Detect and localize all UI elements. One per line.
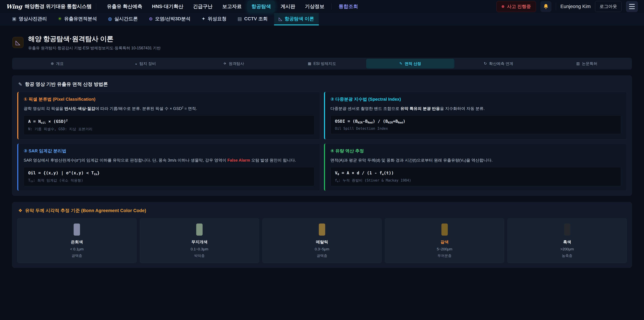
color-swatch — [196, 223, 202, 236]
subnav-item-satellite-request[interactable]: ✦위성요청 — [197, 13, 231, 25]
app-title: 해양환경 위기대응 통합시스템 — [25, 3, 92, 10]
subnav-item-label: 오염/선박3D분석 — [155, 16, 190, 22]
method-card-volume-inverse: ④ 유량 역산 추정면적(A)과 평균 유막 두께(d) 및 풍화 경과 시간(… — [324, 143, 627, 191]
page-title: 해양 항공탐색·원격탐사 이론 — [28, 34, 161, 44]
plane-icon: ✈ — [224, 61, 226, 66]
subnav-item-label: 위성요청 — [208, 16, 226, 22]
bell-icon — [543, 4, 549, 10]
color-swatch — [564, 223, 570, 236]
ruler-icon: ◺ — [12, 37, 24, 48]
bonn-layer: 두꺼운층 — [387, 253, 502, 258]
formula-block: Oil = {(x,y) | σ°(x,y) < Tth}Tth: 최적 임계값… — [24, 167, 314, 186]
nav-item-reports[interactable]: 보고자료 — [218, 1, 246, 12]
subnav-item-pollution-ship-3d[interactable]: ⊙오염/선박3D분석 — [144, 13, 195, 25]
formula-block: V0 = A × d / (1 - fe(t))fe: 누적 증발비 (Stiv… — [330, 167, 621, 186]
tab-remote-sensing[interactable]: ✈원격탐사 — [190, 59, 278, 69]
nav-item-spill-forecast[interactable]: 유출유 확산예측 — [103, 1, 146, 12]
cctv-icon: ▤ — [238, 16, 242, 22]
methods-panel: ✎ 항공 영상 기반 유출유 면적 산정 방법론 ① 픽셀 분류법 (Pixel… — [12, 76, 632, 196]
bonn-thickness: < 0.1μm — [20, 247, 134, 251]
logout-button[interactable]: 로그아웃 — [595, 1, 622, 12]
nav-item-hns-air-diffusion[interactable]: HNS·대기확산 — [148, 1, 187, 12]
subnav-item-realtime-drone[interactable]: ◍실시간드론 — [103, 13, 142, 25]
formula-note: Oil Spill Detection Index — [335, 127, 617, 131]
bonn-card-black: 흑색>200μm농축층 — [508, 218, 627, 263]
tab-detection-equipment[interactable]: ◒탐지 장비 — [101, 59, 190, 69]
nav-item-emergency-rescue[interactable]: 긴급구난 — [189, 1, 216, 12]
pencil-icon: ✎ — [18, 82, 22, 87]
bonn-heading-label: 유막 두께 시각적 추정 기준 (Bonn Agreement Color Co… — [25, 208, 146, 214]
ruler-icon: ◺ — [279, 16, 282, 22]
bonn-thickness: 5~200μm — [387, 247, 502, 251]
formula-note: fe: 누적 증발비 (Stiver & Mackay 1984) — [335, 178, 617, 183]
method-card-title: ③ SAR 임계값 분리법 — [24, 148, 314, 154]
tab-area-calculation[interactable]: ✎면적 산정 — [366, 59, 454, 69]
nav-item-board[interactable]: 게시판 — [276, 1, 299, 12]
logo-mark: Wing — [6, 3, 22, 10]
incident-status-badge[interactable]: 사고 진행중 — [496, 1, 536, 12]
tab-label: 개요 — [56, 61, 64, 66]
subnav-item-image-photo-mgmt[interactable]: ▣영상사진관리 — [8, 13, 52, 25]
bonn-color-name: 메탈릭 — [265, 239, 380, 245]
nav-item-weather-info[interactable]: 기상정보 — [301, 1, 328, 12]
nav-item-aerial-search[interactable]: 항공탐색 — [247, 1, 275, 12]
hamburger-menu-button[interactable] — [626, 1, 638, 12]
header-right: 사고 진행중 Eunjeong Kim 로그아웃 — [496, 1, 638, 12]
notifications-button[interactable] — [540, 1, 552, 12]
methods-heading: ✎ 항공 영상 기반 유출유 면적 산정 방법론 — [18, 81, 626, 87]
tab-overview[interactable]: ⊕개요 — [13, 59, 101, 69]
method-card-body: 면적(A)과 평균 유막 두께(d) 및 풍화 경과 시간(t)으로부터 원래 … — [330, 157, 621, 163]
method-card-body: 다중분광 센서로 촬영한 밴드 조합으로 유막 특유의 분광 반응을 지수화하여… — [330, 106, 621, 112]
subnav-item-cctv-view[interactable]: ▤CCTV 조회 — [233, 13, 272, 25]
methods-grid: ① 픽셀 분류법 (Pixel Classification)광학 영상의 각 … — [17, 92, 627, 191]
tab-label: 원격탐사 — [228, 61, 244, 66]
subnav-item-oil-area-analysis[interactable]: ✳유출유면적분석 — [53, 13, 102, 25]
user-name: Eunjeong Kim — [560, 4, 591, 9]
formula-block: A = Noil × (GSD)2N: 기름 픽셀수, GSD: 지상 표본거리 — [24, 115, 314, 135]
ufo-icon: ◍ — [108, 16, 112, 22]
formula-text: A = Noil × (GSD)2 — [28, 119, 310, 124]
bonn-layer: 박막층 — [142, 253, 257, 258]
bonn-color-name: 갈색 — [387, 239, 502, 245]
formula-text: OSDI = (BNIR-BRed) / (BNIR+BRed) — [335, 119, 617, 124]
bonn-card-silver-gray: 은회색< 0.1μm광택층 — [17, 218, 136, 263]
color-swatch — [442, 223, 448, 236]
puzzle-icon: ✳ — [58, 16, 62, 22]
incident-dot-icon — [502, 5, 504, 8]
method-card-title: ④ 유량 역산 추정 — [330, 148, 621, 154]
link-icon: ↻ — [484, 61, 487, 66]
bonn-thickness: >200μm — [510, 247, 624, 251]
bonn-card-brown: 갈색5~200μm두꺼운층 — [385, 218, 504, 263]
pencil-icon: ✎ — [399, 61, 402, 66]
subnav-item-label: CCTV 조회 — [244, 16, 268, 22]
method-card-body: 광학 영상의 각 픽셀을 반사도·색상·질감에 따라 기름/해수로 분류. 분류… — [24, 106, 314, 112]
subnav-item-label: 영상사진관리 — [19, 16, 47, 22]
logo: Wing 해양환경 위기대응 통합시스템 — [6, 3, 92, 10]
tab-papers-patents[interactable]: ▥논문특허 — [543, 59, 631, 69]
bonn-heading: ❖ 유막 두께 시각적 추정 기준 (Bonn Agreement Color … — [18, 208, 626, 214]
formula-note: N: 기름 픽셀수, GSD: 지상 표본거리 — [28, 127, 310, 131]
nav-item-integrated-search[interactable]: 통합조회 — [334, 1, 362, 12]
header-right-divider — [556, 3, 556, 11]
sub-nav: ▣영상사진관리✳유출유면적분석◍실시간드론⊙오염/선박3D분석✦위성요청▤CCT… — [0, 13, 644, 26]
tab-label: 면적 산정 — [405, 61, 421, 66]
bonn-color-name: 무지개색 — [142, 239, 257, 245]
subnav-item-aerial-theory[interactable]: ◺항공탐색 이론 — [274, 13, 319, 25]
main-content: ◺ 해양 항공탐색·원격탐사 이론 유출유 원격탐지·항공감시 기법·ESI 방… — [0, 26, 644, 281]
formula-text: V0 = A × d / (1 - fe(t)) — [335, 170, 617, 176]
tab-esi-map[interactable]: ▦ESI 방제지도 — [278, 59, 366, 69]
top-header: Wing 해양환경 위기대응 통합시스템 유출유 확산예측HNS·대기확산긴급구… — [0, 0, 644, 13]
color-swatch — [319, 223, 325, 236]
method-card-pixel-classification: ① 픽셀 분류법 (Pixel Classification)광학 영상의 각 … — [17, 92, 320, 139]
tab-diffusion-link[interactable]: ↻확산예측 연계 — [454, 59, 542, 69]
subnav-item-label: 항공탐색 이론 — [284, 16, 314, 22]
bonn-card-rainbow: 무지개색0.1~0.3μm박막층 — [140, 218, 259, 263]
method-card-title: ① 픽셀 분류법 (Pixel Classification) — [24, 96, 314, 102]
hamburger-icon — [629, 4, 635, 5]
bonn-layer: 광택층 — [265, 253, 380, 258]
color-swatch — [74, 223, 80, 236]
formula-text: Oil = {(x,y) | σ°(x,y) < Tth} — [28, 170, 310, 176]
incident-badge-label: 사고 진행중 — [507, 4, 531, 10]
subnav-item-label: 유출유면적분석 — [64, 16, 97, 22]
camera-icon: ▣ — [12, 16, 16, 22]
